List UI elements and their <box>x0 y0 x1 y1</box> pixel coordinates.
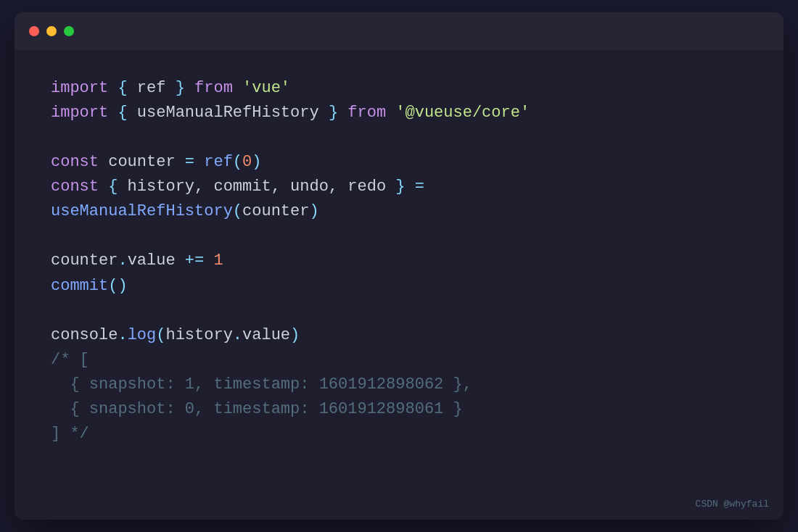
code-line-2: import { useManualRefHistory } from '@vu… <box>51 101 747 125</box>
code-line-8: counter.value += 1 <box>51 249 747 273</box>
blank-line-2 <box>51 224 747 249</box>
code-line-6: useManualRefHistory(counter) <box>51 199 747 224</box>
blank-line-1 <box>51 125 747 150</box>
code-line-11: console.log(history.value) <box>51 323 747 348</box>
titlebar <box>15 12 783 50</box>
minimize-button[interactable] <box>46 26 57 36</box>
code-line-15: ] */ <box>51 422 747 446</box>
blank-line-3 <box>51 299 747 323</box>
watermark: CSDN @whyfail <box>696 499 769 510</box>
code-line-5: const { history, commit, undo, redo } = <box>51 175 747 199</box>
code-window: import { ref } from 'vue' import { useMa… <box>15 12 783 520</box>
code-line-12: /* [ <box>51 348 747 373</box>
code-line-13: { snapshot: 1, timestamp: 1601912898062 … <box>51 373 747 397</box>
close-button[interactable] <box>29 26 39 36</box>
code-line-1: import { ref } from 'vue' <box>51 76 747 101</box>
code-line-14: { snapshot: 0, timestamp: 1601912898061 … <box>51 397 747 422</box>
code-line-9: commit() <box>51 274 747 299</box>
maximize-button[interactable] <box>64 26 74 36</box>
code-line-4: const counter = ref(0) <box>51 150 747 175</box>
code-area: import { ref } from 'vue' import { useMa… <box>15 50 783 520</box>
